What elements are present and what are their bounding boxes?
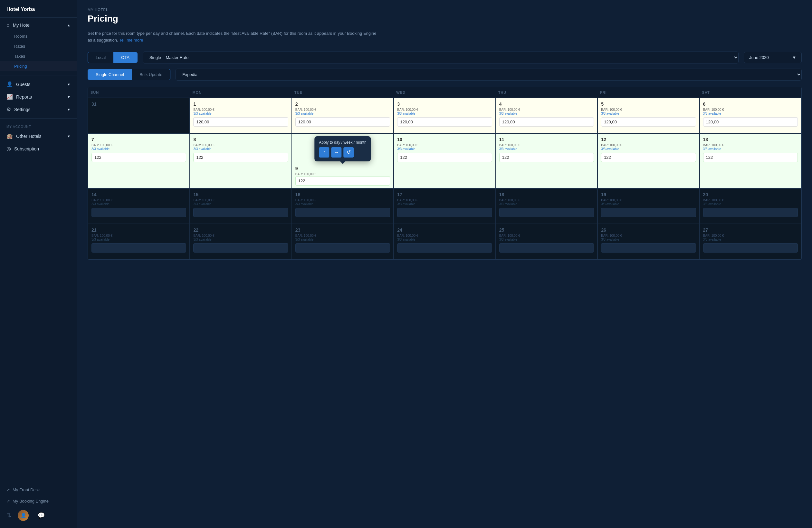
home-icon: ⌂	[6, 22, 10, 28]
channel-select[interactable]: Expedia	[176, 69, 802, 81]
cal-price-input[interactable]	[397, 117, 492, 127]
tab-single-channel[interactable]: Single Channel	[88, 69, 132, 80]
cal-day-num: 21	[91, 227, 186, 232]
cal-price-input[interactable]	[91, 208, 186, 217]
cal-price-input[interactable]	[295, 243, 390, 253]
tab-local[interactable]: Local	[88, 52, 113, 63]
cal-avail: 3/3 available	[91, 202, 186, 206]
rate-type-select[interactable]: Single – Master Rate	[143, 52, 739, 63]
cal-day-num: 12	[601, 137, 696, 142]
cal-price-input[interactable]	[601, 153, 696, 162]
guests-icon: 👤	[6, 81, 13, 87]
tab-bulk-update[interactable]: Bulk Update	[132, 69, 170, 80]
cal-header-tue: TUE	[292, 87, 394, 98]
sidebar-item-subscription[interactable]: ◎ Subscription	[0, 142, 77, 155]
cal-price-input[interactable]	[193, 208, 288, 217]
cal-day-num: 2	[295, 101, 390, 106]
front-desk-link[interactable]: ↗ My Front Desk	[0, 484, 77, 496]
cal-price-input[interactable]	[499, 117, 594, 127]
cal-price-input[interactable]	[601, 243, 696, 253]
cal-day-num: 5	[601, 101, 696, 106]
cal-avail: 3/3 available	[601, 202, 696, 206]
page-description: Set the price for this room type per day…	[88, 30, 377, 44]
cal-avail: 3/3 available	[703, 202, 798, 206]
cal-day-num: 11	[499, 137, 594, 142]
cal-price-input[interactable]	[193, 153, 288, 162]
controls-row-1: Local OTA Single – Master Rate June 2020…	[77, 52, 812, 63]
cal-day-num: 23	[295, 227, 390, 232]
cal-cell-11: 11 BAR: 100,00 € 3/3 available	[496, 133, 597, 188]
cal-price-input[interactable]	[703, 243, 798, 253]
sidebar-item-rooms[interactable]: Rooms	[0, 31, 77, 41]
sidebar-item-my-hotel[interactable]: ⌂ My Hotel ▲	[0, 19, 77, 31]
cal-price-input[interactable]	[499, 243, 594, 253]
apply-month-btn[interactable]: ↺	[343, 147, 354, 158]
cal-day-num: 10	[397, 137, 492, 142]
cal-day-num: 31	[91, 101, 186, 106]
cal-bar: BAR: 100,00 €	[295, 172, 390, 176]
sidebar-bottom: ↗ My Front Desk ↗ My Booking Engine ⇅ 👤 …	[0, 480, 77, 528]
cal-avail: 3/3 available	[193, 147, 288, 151]
cal-price-input[interactable]	[499, 153, 594, 162]
cal-cell-22: 22 BAR: 100,00 € 3/3 available	[190, 224, 291, 259]
cal-price-input[interactable]	[703, 117, 798, 127]
cal-price-input[interactable]	[397, 153, 492, 162]
cal-price-input[interactable]	[91, 243, 186, 253]
chat-icon[interactable]: 💬	[38, 512, 45, 519]
cal-cell-20: 20 BAR: 100,00 € 3/3 available	[700, 188, 801, 224]
cal-cell-8: 8 BAR: 100,00 € 3/3 available	[190, 133, 291, 188]
cal-price-input[interactable]	[601, 208, 696, 217]
cal-price-input[interactable]	[703, 153, 798, 162]
cal-day-num: 24	[397, 227, 492, 232]
sidebar-item-rates[interactable]: Rates	[0, 41, 77, 51]
cal-avail: 3/3 available	[397, 202, 492, 206]
apply-day-btn[interactable]: ↑	[319, 147, 329, 158]
cal-price-input[interactable]	[295, 117, 390, 127]
cal-day-num: 17	[397, 192, 492, 197]
cal-cell-25: 25 BAR: 100,00 € 3/3 available	[496, 224, 597, 259]
cal-price-input[interactable]	[295, 208, 390, 217]
cal-cell-5: 5 BAR: 100,00 € 3/3 available	[597, 98, 699, 133]
cal-avail: 3/3 available	[193, 238, 288, 241]
cal-avail: 3/3 available	[397, 112, 492, 115]
cal-price-input[interactable]	[91, 153, 186, 162]
cal-cell-18: 18 BAR: 100,00 € 3/3 available	[496, 188, 597, 224]
month-select[interactable]: June 2020 ▼	[744, 52, 802, 63]
sidebar-item-settings[interactable]: ⚙ Settings ▼	[0, 103, 77, 116]
cal-price-input[interactable]	[703, 208, 798, 217]
cal-price-input[interactable]	[295, 176, 390, 186]
sidebar-icons-row: ⇅ 👤 💬	[0, 507, 77, 524]
tooltip-title: Apply to day / week / month	[319, 140, 366, 145]
cal-day-num: 18	[499, 192, 594, 197]
cal-day-num: 26	[601, 227, 696, 232]
cal-avail: 3/3 available	[397, 147, 492, 151]
sidebar-item-pricing[interactable]: Pricing	[0, 61, 77, 71]
cal-price-input[interactable]	[193, 117, 288, 127]
sidebar-item-taxes[interactable]: Taxes	[0, 51, 77, 61]
sort-icon[interactable]: ⇅	[6, 512, 11, 519]
cal-price-input[interactable]	[601, 117, 696, 127]
cal-avail: 3/3 available	[397, 238, 492, 241]
tell-me-more-link[interactable]: Tell me more	[119, 38, 143, 43]
cal-header-fri: FRI	[597, 87, 699, 98]
chevron-down-icon: ▼	[67, 95, 71, 99]
cal-price-input[interactable]	[193, 243, 288, 253]
apply-week-btn[interactable]: ↔	[331, 147, 342, 158]
external-link-icon: ↗	[6, 499, 10, 503]
sidebar-item-reports[interactable]: 📈 Reports ▼	[0, 90, 77, 103]
sidebar-item-other-hotels[interactable]: 🏨 Other Hotels ▼	[0, 130, 77, 142]
external-link-icon: ↗	[6, 487, 10, 492]
booking-engine-link[interactable]: ↗ My Booking Engine	[0, 496, 77, 507]
tab-ota[interactable]: OTA	[113, 52, 137, 63]
cal-avail: 3/3 available	[703, 147, 798, 151]
avatar[interactable]: 👤	[18, 510, 29, 521]
other-hotels-icon: 🏨	[6, 133, 13, 139]
cal-cell-2: 2 BAR: 100,00 € 3/3 available	[292, 98, 394, 133]
cal-price-input[interactable]	[499, 208, 594, 217]
sidebar-item-guests[interactable]: 👤 Guests ▼	[0, 78, 77, 90]
cal-price-input[interactable]	[397, 243, 492, 253]
cal-bar: BAR: 100,00 €	[601, 143, 696, 147]
cal-day-num: 13	[703, 137, 798, 142]
main-content: MY HOTEL Pricing Set the price for this …	[77, 0, 812, 528]
cal-price-input[interactable]	[397, 208, 492, 217]
